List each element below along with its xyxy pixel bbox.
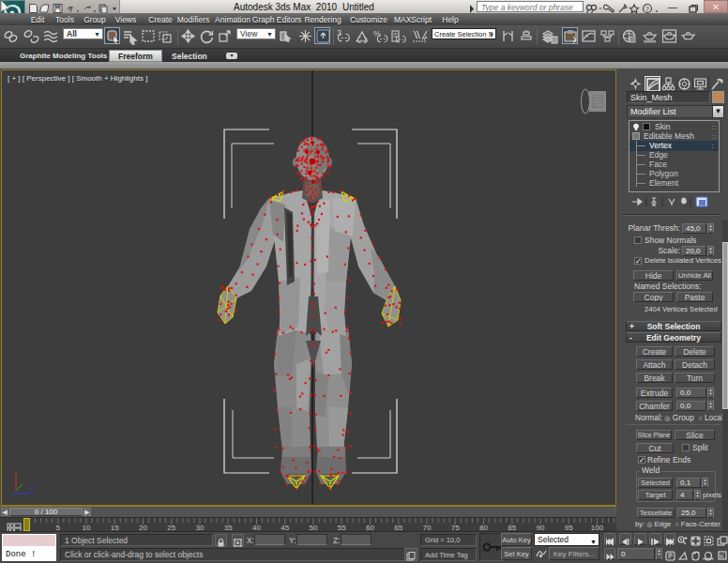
svg-text:3: 3	[337, 28, 341, 38]
svg-text:%: %	[373, 29, 381, 38]
svg-text:?: ?	[645, 6, 649, 12]
svg-text:y: y	[30, 485, 34, 494]
